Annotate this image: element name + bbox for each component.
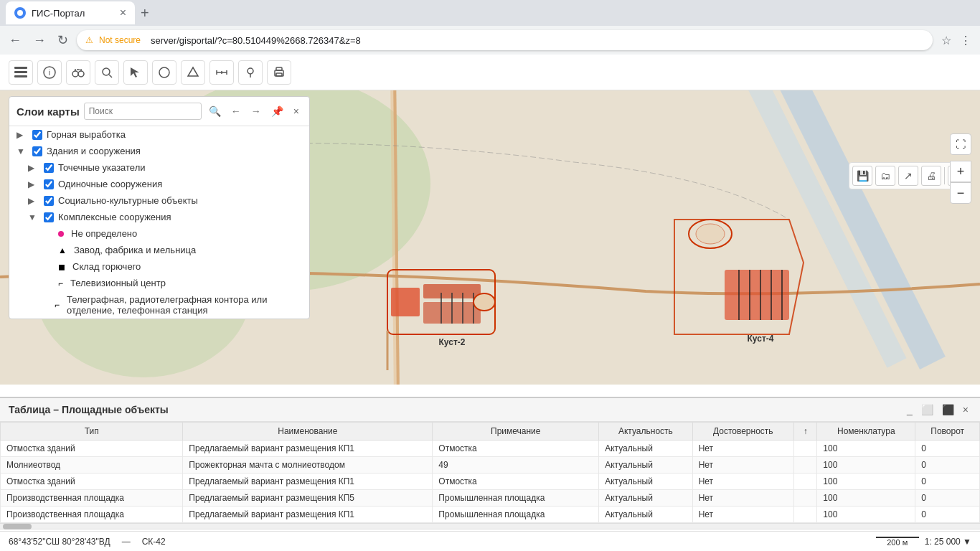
back-button[interactable]: ← — [6, 30, 24, 51]
table-cell: Предлагаемый вариант размещения КП5 — [183, 490, 433, 507]
forward-button[interactable]: → — [30, 30, 49, 51]
expand-icon[interactable]: ▼ — [28, 212, 39, 222]
layer-item-zdaniya[interactable]: ▼ Здания и сооружения — [9, 143, 309, 159]
table-cell: Предлагаемый вариант размещения КП1 — [183, 441, 433, 457]
layer-item-neopredeleno[interactable]: Не определено — [9, 225, 309, 242]
scroll-thumb[interactable] — [3, 524, 32, 529]
layer-item-kompleksnye[interactable]: ▼ Комплексные сооружения — [9, 209, 309, 225]
tab-close-button[interactable]: × — [120, 6, 126, 19]
info-button[interactable]: i — [37, 60, 62, 85]
table-row[interactable]: МолниеотводПрожекторная мачта с молниеот… — [1, 457, 980, 474]
print-map-button[interactable]: 🖨 — [921, 166, 941, 186]
col-reliability[interactable]: Достоверность — [692, 423, 793, 441]
save-button-1[interactable]: 💾 — [852, 166, 872, 186]
circle-button[interactable] — [152, 60, 176, 85]
layer-item-telegraph[interactable]: ⌐ Телеграфная, радиотелеграфная контора … — [9, 291, 309, 319]
svg-point-13 — [159, 67, 169, 77]
restore-button[interactable]: ⬜ — [918, 402, 936, 417]
search-button[interactable] — [95, 60, 119, 85]
layer-item-tv[interactable]: ⌐ Телевизионный центр — [9, 275, 309, 291]
layer-back-button[interactable]: ← — [228, 104, 244, 118]
table-row[interactable]: Отмостка зданийПредлагаемый вариант разм… — [1, 441, 980, 457]
layer-pin-button[interactable]: 📌 — [268, 104, 286, 118]
layer-close-button[interactable]: × — [291, 104, 302, 118]
table-cell: Нет — [692, 457, 793, 474]
maximize-button[interactable]: ⬛ — [939, 402, 957, 417]
table-row[interactable]: Производственная площадкаПредлагаемый ва… — [1, 490, 980, 507]
layer-checkbox-tochechnye[interactable] — [44, 163, 54, 173]
pin-button[interactable] — [238, 60, 263, 85]
address-input[interactable]: ⚠ Not secure server/gisportal/?c=80.5104… — [77, 30, 933, 50]
svg-rect-0 — [14, 67, 27, 69]
layer-checkbox-zdaniya[interactable] — [32, 146, 42, 156]
expand-icon[interactable]: ▶ — [28, 179, 39, 189]
layer-checkbox-odinochnye[interactable] — [44, 179, 54, 189]
bottom-panel: Таблица – Площадные объекты _ ⬜ ⬛ × Тип … — [0, 397, 980, 551]
bottom-panel-actions: _ ⬜ ⬛ × — [904, 402, 971, 417]
zoom-in-button[interactable]: + — [950, 161, 971, 182]
zoom-out-button[interactable]: − — [950, 182, 971, 204]
save-button-2[interactable]: 🗂 — [875, 166, 895, 186]
table-cell: 0 — [915, 441, 980, 457]
layer-item-odinochnye[interactable]: ▶ Одиночные сооружения — [9, 176, 309, 192]
col-sort[interactable]: ↑ — [793, 423, 816, 441]
svg-point-19 — [248, 68, 253, 74]
table-row[interactable]: Производственная площадкаПредлагаемый ва… — [1, 507, 980, 523]
close-panel-button[interactable]: × — [960, 402, 971, 417]
polygon-button[interactable] — [181, 60, 205, 85]
table-cell — [793, 507, 816, 523]
bottom-panel-title: Таблица – Площадные объекты — [9, 404, 169, 415]
app-toolbar: i — [0, 55, 980, 90]
map-container[interactable]: Куст-2 Куст-4 — [0, 90, 980, 385]
layer-checkbox-kompleksnye[interactable] — [44, 212, 54, 222]
layer-item-zavod[interactable]: ▲ Завод, фабрика и мельница — [9, 242, 309, 258]
table-cell: 100 — [817, 507, 915, 523]
layer-checkbox-gornaya[interactable] — [32, 130, 42, 140]
export-button[interactable]: ↗ — [898, 166, 918, 186]
col-note[interactable]: Примечание — [433, 423, 599, 441]
col-type[interactable]: Тип — [1, 423, 183, 441]
data-table-container[interactable]: Тип Наименование Примечание Актуальность… — [0, 422, 980, 523]
table-row[interactable]: Отмостка зданийПредлагаемый вариант разм… — [1, 474, 980, 490]
expand-icon[interactable]: ▶ — [28, 196, 39, 206]
layer-panel-title: Слои карты — [17, 105, 80, 118]
layer-label: Комплексные сооружения — [58, 212, 171, 222]
table-cell — [793, 441, 816, 457]
refresh-button[interactable]: ↻ — [55, 29, 71, 51]
layer-panel-body: ▶ Горная выработка ▼ Здания и сооружения… — [9, 126, 309, 319]
star-button[interactable]: ☆ — [938, 31, 954, 50]
fullscreen-button[interactable]: ⛶ — [950, 133, 971, 155]
table-cell: 100 — [817, 441, 915, 457]
layer-panel-header: Слои карты 🔍 ← → 📌 × — [9, 97, 309, 126]
layers-button[interactable] — [9, 60, 33, 85]
new-tab-button[interactable]: + — [141, 5, 149, 22]
layer-item-socialnye[interactable]: ▶ Социально-культурные объекты — [9, 192, 309, 209]
layer-forward-button[interactable]: → — [248, 104, 264, 118]
layer-item-gornaya[interactable]: ▶ Горная выработка — [9, 126, 309, 143]
col-nomenclature[interactable]: Номенклатура — [817, 423, 915, 441]
col-name[interactable]: Наименование — [183, 423, 433, 441]
col-actual[interactable]: Актуальность — [599, 423, 692, 441]
col-rotation[interactable]: Поворот — [915, 423, 980, 441]
horizontal-scrollbar[interactable] — [0, 523, 980, 529]
zoom-controls: ⛶ + − — [950, 133, 971, 204]
layer-label: Социально-культурные объекты — [58, 195, 198, 206]
minimize-button[interactable]: _ — [904, 402, 915, 417]
layer-binoculars-button[interactable]: 🔍 — [206, 104, 224, 118]
bracket-icon: ⌐ — [58, 278, 63, 288]
measure-button[interactable] — [209, 60, 234, 85]
cursor-button[interactable] — [123, 60, 148, 85]
layer-item-sklad[interactable]: ◼ Склад горючего — [9, 258, 309, 275]
active-tab[interactable]: ГИС-Портал × — [6, 1, 135, 24]
binoculars-button[interactable] — [66, 60, 90, 85]
scale-ratio-dropdown[interactable]: 1: 25 000 ▼ — [925, 537, 971, 547]
layer-checkbox-socialnye[interactable] — [44, 196, 54, 206]
print-button[interactable] — [267, 60, 291, 85]
expand-icon[interactable]: ▶ — [17, 130, 28, 140]
expand-icon[interactable]: ▶ — [28, 163, 39, 173]
layer-item-tochechnye[interactable]: ▶ Точечные указатели — [9, 159, 309, 176]
layer-search-input[interactable] — [84, 103, 202, 120]
svg-text:Куст-2: Куст-2 — [439, 337, 466, 347]
menu-button[interactable]: ⋮ — [957, 31, 974, 50]
expand-icon[interactable]: ▼ — [17, 146, 28, 156]
